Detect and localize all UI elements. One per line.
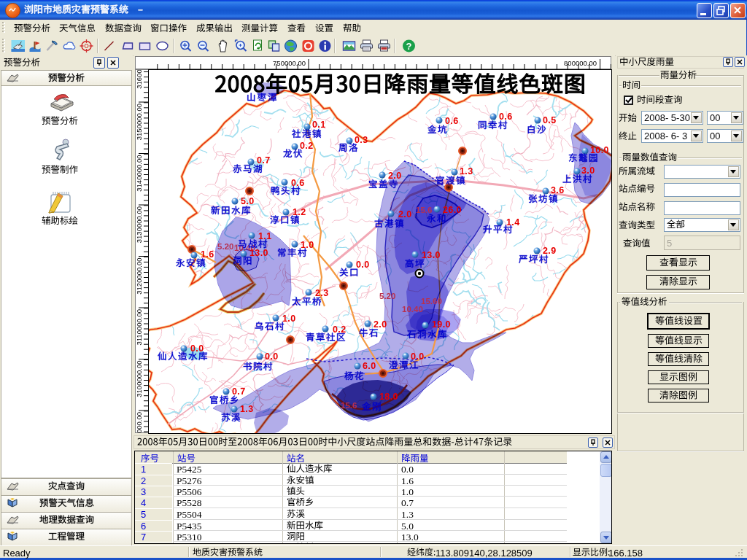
svg-text:5.20: 5.20	[379, 292, 395, 300]
svg-text:10.40: 10.40	[402, 305, 423, 314]
svg-text:13.0: 13.0	[249, 248, 268, 258]
svg-text:15.60: 15.60	[421, 297, 442, 306]
svg-text:3110000.00: 3110000.00	[135, 309, 143, 346]
svg-text:0.0: 0.0	[356, 260, 370, 270]
svg-text:1.2: 1.2	[293, 207, 306, 217]
svg-text:18.0: 18.0	[379, 392, 398, 402]
svg-text:0.3: 0.3	[355, 135, 368, 145]
svg-text:800000.00: 800000.00	[564, 59, 597, 67]
svg-text:0.2: 0.2	[333, 324, 347, 335]
svg-text:3120000.00: 3120000.00	[135, 258, 143, 295]
svg-text:13.0: 13.0	[422, 250, 441, 260]
svg-text:1.0: 1.0	[282, 314, 296, 324]
svg-text:19.0: 19.0	[432, 319, 451, 330]
svg-text:6.0: 6.0	[363, 361, 376, 371]
svg-text:1.1: 1.1	[258, 231, 272, 241]
svg-text:0.2: 0.2	[300, 141, 314, 151]
svg-text:0.0: 0.0	[265, 351, 279, 362]
svg-text:2.0: 2.0	[398, 209, 412, 219]
svg-text:0.0: 0.0	[190, 343, 204, 354]
svg-text:0.7: 0.7	[257, 155, 271, 166]
svg-text:3140000.00: 3140000.00	[135, 155, 143, 192]
svg-text:0.1: 0.1	[312, 120, 326, 130]
svg-text:1.3: 1.3	[240, 404, 254, 414]
svg-text:15.6: 15.6	[416, 206, 432, 214]
svg-text:26.0: 26.0	[443, 205, 462, 215]
svg-text:0.6: 0.6	[499, 112, 513, 122]
svg-text:3150000.00: 3150000.00	[135, 104, 143, 140]
svg-text:3160000.00: 3160000.00	[135, 70, 143, 89]
svg-text:0.6: 0.6	[445, 116, 459, 126]
svg-text:1.0: 1.0	[301, 240, 314, 250]
svg-text:0.0: 0.0	[411, 351, 425, 362]
svg-text:15.6: 15.6	[341, 401, 357, 410]
svg-text:10.0: 10.0	[590, 145, 609, 155]
svg-text:2.0: 2.0	[374, 319, 387, 330]
svg-text:?: ?	[406, 41, 412, 52]
svg-text:3130000.00: 3130000.00	[135, 206, 143, 243]
svg-text:3100000.00: 3100000.00	[135, 361, 143, 397]
svg-text:2.9: 2.9	[543, 246, 557, 256]
svg-text:5.0: 5.0	[241, 196, 255, 206]
svg-text:750000.00: 750000.00	[273, 59, 306, 67]
svg-text:0.6: 0.6	[291, 178, 305, 188]
svg-text:0.5: 0.5	[543, 115, 557, 125]
svg-text:1.3: 1.3	[460, 166, 473, 176]
svg-text:3.0: 3.0	[581, 166, 595, 176]
svg-text:2.3: 2.3	[315, 288, 329, 298]
svg-text:0.7: 0.7	[232, 386, 246, 397]
svg-text:3.6: 3.6	[551, 185, 565, 195]
svg-text:5.20: 5.20	[217, 242, 233, 251]
svg-text:2.0: 2.0	[388, 171, 402, 181]
svg-text:1.6: 1.6	[201, 249, 214, 260]
svg-text:3090000.00: 3090000.00	[135, 412, 143, 433]
svg-text:1.4: 1.4	[506, 217, 520, 228]
